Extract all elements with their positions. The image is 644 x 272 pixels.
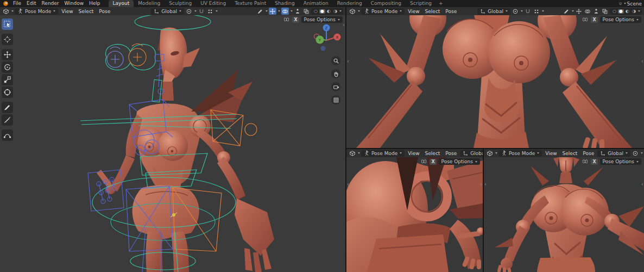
- mode-selector[interactable]: Pose Mode: [361, 150, 405, 157]
- shading-solid-button[interactable]: ●: [319, 9, 325, 14]
- region-toggle-arrow[interactable]: ‹: [480, 182, 482, 187]
- menu-view[interactable]: View: [59, 9, 75, 14]
- pivot-point-button[interactable]: [632, 150, 639, 157]
- viewport-left-canvas[interactable]: [0, 15, 345, 272]
- snap-magnet-button[interactable]: [198, 8, 205, 15]
- mode-selector[interactable]: Pose Mode: [361, 8, 405, 15]
- pose-options-dropdown[interactable]: Pose Options: [600, 158, 641, 165]
- viewport-bottom-right[interactable]: Pose Mode View Select Pose Global X Pose…: [484, 149, 644, 272]
- tool-pose-breakdowner[interactable]: [2, 129, 13, 141]
- shading-solid-button[interactable]: ●: [618, 9, 624, 14]
- snap-magnet-button[interactable]: [524, 8, 532, 15]
- xray-pose-button[interactable]: [294, 8, 301, 15]
- region-toggle-arrow[interactable]: ‹: [347, 182, 349, 187]
- show-overlays-button[interactable]: [281, 8, 289, 15]
- pose-options-dropdown[interactable]: Pose Options: [600, 16, 641, 23]
- menu-select[interactable]: Select: [77, 9, 96, 14]
- shading-rendered-button[interactable]: ◑: [631, 9, 637, 14]
- tool-scale[interactable]: [2, 74, 13, 85]
- editor-type-button[interactable]: [349, 150, 356, 157]
- tab-shading[interactable]: Shading: [270, 0, 299, 7]
- tool-select-box[interactable]: [2, 18, 13, 30]
- viewport-top-right-canvas[interactable]: [346, 15, 644, 148]
- shading-wireframe-button[interactable]: ○: [611, 9, 617, 14]
- x-axis-mirror-icon[interactable]: [582, 159, 589, 165]
- editor-type-button[interactable]: [349, 8, 356, 15]
- menu-edit[interactable]: Edit: [24, 0, 39, 7]
- menu-pose[interactable]: Pose: [97, 9, 112, 14]
- editor-type-button[interactable]: [2, 8, 10, 15]
- pan-hand-icon[interactable]: [331, 69, 340, 78]
- tab-compositing[interactable]: Compositing: [367, 0, 406, 7]
- navigation-gizmo[interactable]: Z X Y: [311, 22, 342, 55]
- tab-modeling[interactable]: Modeling: [134, 0, 165, 7]
- tool-move[interactable]: [2, 49, 13, 60]
- tab-animation[interactable]: Animation: [299, 0, 333, 7]
- tool-transform[interactable]: [2, 86, 13, 98]
- menu-select[interactable]: Select: [423, 9, 443, 14]
- x-axis-mirror-icon[interactable]: [283, 17, 290, 23]
- menu-pose[interactable]: Pose: [580, 151, 596, 156]
- toggle-xray-button[interactable]: [302, 8, 310, 15]
- shading-material-button[interactable]: ◐: [624, 9, 630, 14]
- viewport-left[interactable]: Pose Mode View Select Pose Global ○ ● ◐: [0, 7, 345, 272]
- viewport-bottom-middle[interactable]: Pose Mode View Select Pose Global X Pose…: [346, 149, 483, 272]
- mode-selector[interactable]: Pose Mode: [498, 150, 542, 157]
- axis-neg-z[interactable]: [321, 46, 326, 51]
- pose-options-dropdown[interactable]: Pose Options: [439, 158, 480, 165]
- x-axis-mirror-toggle[interactable]: X: [292, 17, 299, 23]
- projection-toggle-icon[interactable]: [331, 95, 340, 104]
- menu-pose[interactable]: Pose: [443, 9, 459, 14]
- tab-layout[interactable]: Layout: [109, 0, 134, 7]
- tab-sculpting[interactable]: Sculpting: [165, 0, 196, 7]
- orientation-selector[interactable]: Global: [597, 150, 630, 157]
- x-axis-mirror-toggle[interactable]: X: [591, 17, 597, 23]
- tool-rotate[interactable]: [2, 61, 13, 73]
- x-axis-mirror-toggle[interactable]: X: [591, 159, 597, 165]
- show-overlays-button[interactable]: [584, 8, 591, 15]
- show-gizmo-button[interactable]: [575, 8, 583, 15]
- menu-select[interactable]: Select: [560, 151, 580, 156]
- x-axis-mirror-icon[interactable]: [582, 17, 589, 23]
- viewport-bottom-right-canvas[interactable]: [484, 157, 644, 272]
- menu-file[interactable]: File: [10, 0, 24, 7]
- add-workspace-button[interactable]: +: [436, 0, 446, 7]
- blender-logo-icon[interactable]: [2, 1, 9, 7]
- tab-rendering[interactable]: Rendering: [333, 0, 367, 7]
- region-toggle-arrow[interactable]: ‹: [484, 182, 487, 187]
- shading-rendered-button[interactable]: ◑: [332, 9, 338, 14]
- x-axis-mirror-icon[interactable]: [420, 159, 427, 165]
- tool-annotate[interactable]: [2, 102, 13, 113]
- camera-view-icon[interactable]: [331, 82, 340, 91]
- orientation-selector[interactable]: Global: [151, 8, 184, 15]
- scene-selector[interactable]: Scene: [619, 1, 642, 7]
- proportional-editing-button[interactable]: [533, 8, 540, 15]
- pivot-point-button[interactable]: [185, 8, 193, 15]
- tab-texture-paint[interactable]: Texture Paint: [230, 0, 270, 7]
- viewport-top-right[interactable]: Pose Mode View Select Pose Global ○ ● ◐: [346, 7, 644, 148]
- proportional-editing-button[interactable]: [206, 8, 214, 15]
- orientation-selector[interactable]: Global: [460, 150, 483, 157]
- tab-scripting[interactable]: Scripting: [406, 0, 436, 7]
- viewport-bottom-middle-canvas[interactable]: [346, 157, 483, 272]
- view-object-types-button[interactable]: [563, 8, 570, 15]
- xray-pose-button[interactable]: [592, 8, 600, 15]
- orientation-selector[interactable]: Global: [477, 8, 510, 15]
- toggle-xray-button[interactable]: [601, 8, 609, 15]
- menu-view[interactable]: View: [543, 151, 559, 156]
- menu-view[interactable]: View: [406, 151, 421, 156]
- tool-measure[interactable]: [2, 114, 13, 126]
- view-object-types-button[interactable]: [256, 8, 264, 15]
- shading-wireframe-button[interactable]: ○: [313, 9, 319, 14]
- menu-window[interactable]: Window: [62, 0, 87, 7]
- region-toggle-arrow[interactable]: ‹: [343, 22, 345, 28]
- tab-uv-editing[interactable]: UV Editing: [196, 0, 230, 7]
- tool-cursor[interactable]: [2, 34, 13, 45]
- menu-select[interactable]: Select: [423, 151, 443, 156]
- show-gizmo-button[interactable]: [269, 8, 276, 15]
- menu-view[interactable]: View: [406, 9, 421, 14]
- zoom-icon[interactable]: [331, 56, 340, 65]
- menu-pose[interactable]: Pose: [443, 151, 459, 156]
- region-toggle-arrow[interactable]: ‹: [641, 59, 643, 64]
- region-toggle-arrow[interactable]: ‹: [347, 59, 349, 64]
